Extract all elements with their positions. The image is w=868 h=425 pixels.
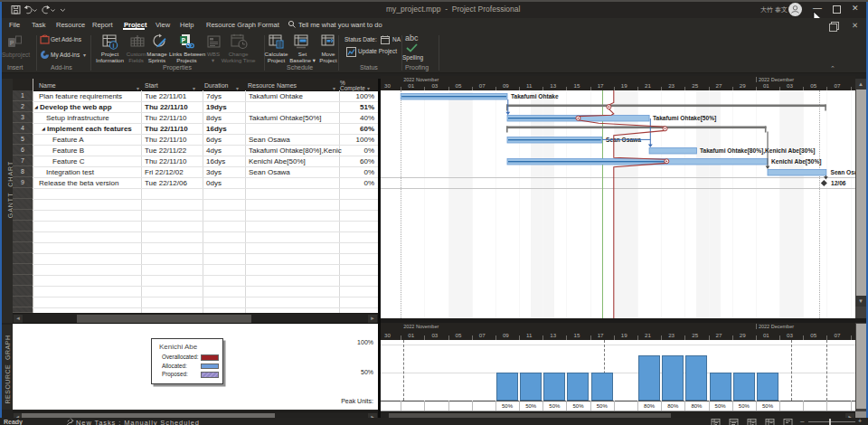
svg-text:P: P [182, 37, 186, 43]
svg-text:12/06: 12/06 [831, 180, 846, 186]
svg-text:Takafumi Ohtake: Takafumi Ohtake [511, 93, 559, 99]
svg-text:P: P [10, 40, 14, 46]
svg-text:Takafumi Ohtake[50%]: Takafumi Ohtake[50%] [653, 115, 716, 122]
svg-text:Kenichi Abe[50%]: Kenichi Abe[50%] [771, 158, 821, 165]
svg-text:Takafumi Ohtake[80%],Kenichi A: Takafumi Ohtake[80%],Kenichi Abe[30%] [700, 147, 816, 155]
svg-text:i: i [113, 42, 115, 49]
svg-text:Sean Osawa: Sean Osawa [831, 169, 856, 175]
